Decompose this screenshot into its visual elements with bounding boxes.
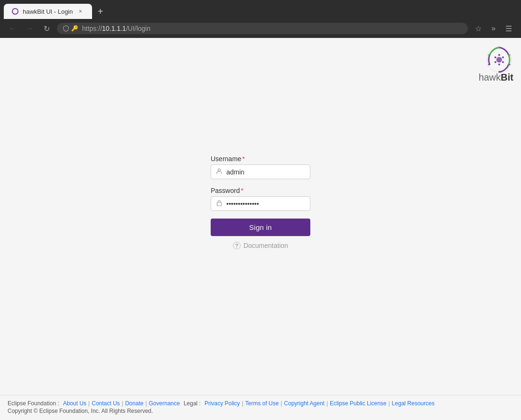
svg-point-4	[502, 61, 504, 63]
sign-in-button[interactable]: Sign in	[211, 219, 310, 236]
svg-rect-15	[217, 202, 222, 206]
footer-link-privacy-policy[interactable]: Privacy Policy	[205, 400, 240, 407]
footer-link-copyright-agent[interactable]: Copyright Agent	[284, 400, 325, 407]
footer-link-contact-us[interactable]: Contact Us	[92, 400, 120, 407]
lock-field-icon	[216, 200, 223, 208]
address-bar[interactable]: 🔑 https://10.1.1.1/UI/login	[57, 23, 468, 34]
eclipse-prefix: Eclipse Foundation :	[8, 400, 59, 407]
hawkbit-logo: hawkBit	[479, 46, 513, 83]
footer-link-about-us[interactable]: About Us	[63, 400, 86, 407]
password-input-wrapper[interactable]	[211, 196, 310, 211]
footer-link-eclipse-public-license[interactable]: Eclipse Public License	[330, 400, 386, 407]
login-form: Username* Password*	[211, 155, 310, 249]
tab-favicon	[11, 8, 19, 15]
svg-point-6	[494, 61, 496, 63]
svg-point-2	[498, 54, 500, 56]
footer-links-line: Eclipse Foundation : About Us | Contact …	[8, 400, 513, 414]
footer-link-governance[interactable]: Governance	[149, 400, 180, 407]
extensions-button[interactable]: »	[487, 22, 500, 35]
logo-area: hawkBit	[479, 46, 513, 83]
svg-point-3	[502, 56, 504, 58]
reload-button[interactable]: ↻	[40, 22, 53, 35]
svg-point-13	[488, 55, 490, 56]
forward-button[interactable]: →	[23, 22, 36, 35]
username-group: Username*	[211, 155, 310, 179]
password-input[interactable]	[226, 200, 305, 208]
tab-title: hawkBit UI - Login	[23, 8, 73, 15]
hawkbit-logo-text: hawkBit	[479, 72, 513, 83]
user-icon	[216, 168, 223, 176]
browser-chrome: hawkBit UI - Login × + ← → ↻ 🔑 https://1…	[0, 0, 521, 38]
username-required-star: *	[242, 155, 245, 163]
new-tab-button[interactable]: +	[94, 5, 107, 18]
svg-point-8	[499, 47, 500, 49]
shield-icon	[63, 25, 69, 32]
footer-link-donate[interactable]: Donate	[125, 400, 144, 407]
menu-button[interactable]: ☰	[502, 22, 515, 35]
active-tab[interactable]: hawkBit UI - Login ×	[4, 4, 92, 19]
svg-point-1	[496, 57, 502, 63]
documentation-link[interactable]: ? Documentation	[211, 242, 310, 249]
nav-actions: ☆ » ☰	[472, 22, 515, 35]
main-area: Username* Password*	[0, 38, 521, 395]
nav-bar: ← → ↻ 🔑 https://10.1.1.1/UI/login ☆ » ☰	[0, 19, 521, 38]
password-group: Password*	[211, 187, 310, 211]
tab-close-button[interactable]: ×	[77, 8, 84, 15]
bookmark-button[interactable]: ☆	[472, 22, 485, 35]
tab-bar: hawkBit UI - Login × +	[0, 0, 521, 19]
password-label: Password*	[211, 187, 310, 194]
username-input[interactable]	[226, 168, 305, 176]
hawkbit-logo-graphic	[485, 46, 513, 74]
back-button[interactable]: ←	[6, 22, 19, 35]
security-icons: 🔑	[63, 25, 78, 32]
username-label: Username*	[211, 155, 310, 163]
footer: Eclipse Foundation : About Us | Contact …	[0, 395, 521, 420]
svg-point-7	[494, 56, 496, 58]
footer-link-legal-resources[interactable]: Legal Resources	[392, 400, 435, 407]
page-content: hawkBit Username*	[0, 38, 521, 395]
svg-point-9	[509, 55, 511, 56]
password-required-star: *	[241, 187, 243, 194]
lock-icon: 🔑	[71, 25, 78, 32]
svg-point-10	[509, 64, 511, 65]
svg-point-12	[488, 64, 490, 65]
url-display: https://10.1.1.1/UI/login	[82, 25, 462, 32]
svg-point-5	[498, 64, 500, 65]
documentation-label: Documentation	[243, 242, 288, 249]
footer-copyright: Copyright © Eclipse Foundation, Inc. All…	[8, 408, 153, 414]
svg-point-14	[218, 169, 221, 171]
footer-link-terms-of-use[interactable]: Terms of Use	[245, 400, 279, 407]
legal-prefix: Legal :	[184, 400, 201, 407]
help-icon: ?	[233, 242, 241, 249]
username-input-wrapper[interactable]	[211, 164, 310, 179]
